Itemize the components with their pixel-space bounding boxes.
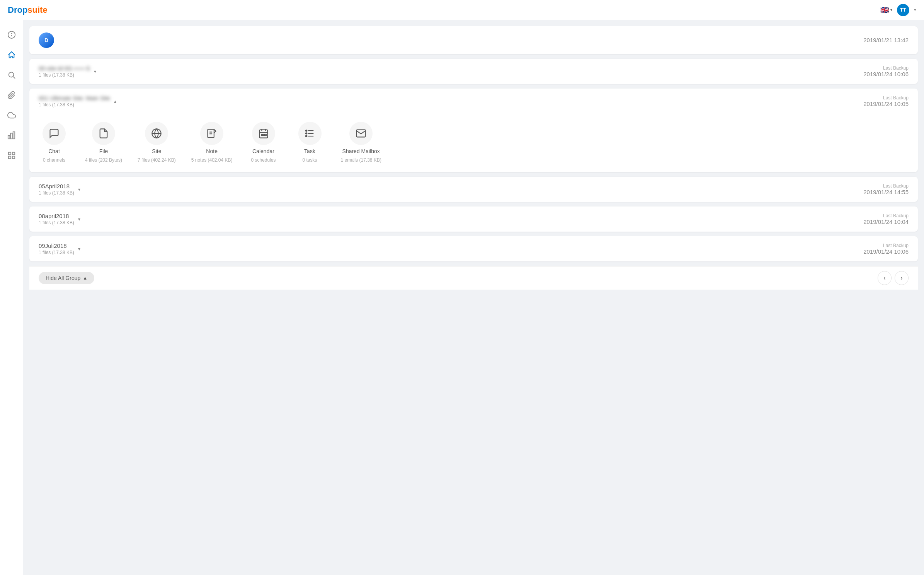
note-icon-circle — [200, 122, 223, 145]
file-item[interactable]: File 4 files (202 Bytes) — [85, 122, 122, 163]
top-partial-timestamp: 2019/01/21 13:42 — [863, 37, 909, 43]
note-sublabel: 5 notes (402.04 KB) — [191, 157, 233, 163]
task-item[interactable]: Task 0 tasks — [294, 122, 325, 163]
site-row-4-chevron-icon: ▾ — [78, 217, 80, 222]
svg-rect-22 — [263, 134, 264, 136]
pagination: ‹ › — [878, 271, 909, 285]
sidebar-item-analytics[interactable] — [3, 127, 20, 144]
chat-icon — [49, 128, 60, 139]
task-icon-circle — [298, 122, 322, 145]
main-content: D 2019/01/21 13:42 00-site-id-0G-+++-S 1… — [23, 20, 924, 575]
site-row-4-files: 1 files (17.38 KB) — [39, 220, 74, 225]
site-row-4-left: 08april2018 1 files (17.38 KB) ▾ — [39, 213, 80, 225]
calendar-item[interactable]: Calendar 0 schedules — [248, 122, 279, 163]
note-item[interactable]: Note 5 notes (402.04 KB) — [191, 122, 233, 163]
svg-rect-23 — [265, 134, 266, 136]
svg-rect-11 — [12, 156, 14, 159]
site-row-3-name: 05April2018 — [39, 183, 74, 189]
home-icon — [7, 51, 16, 59]
sidebar-item-attachments[interactable] — [3, 87, 20, 104]
note-label: Note — [206, 148, 218, 154]
language-selector[interactable]: 🇬🇧 ▾ — [880, 6, 892, 14]
svg-rect-6 — [10, 133, 12, 139]
user-avatar[interactable]: TT — [897, 4, 909, 16]
sidebar-item-info[interactable] — [3, 26, 20, 43]
svg-rect-21 — [261, 134, 263, 136]
navbar-right: 🇬🇧 ▾ TT ▾ — [880, 4, 916, 16]
navbar-chevron-icon: ▾ — [914, 7, 916, 12]
site-row-5-backup-label: Last Backup — [863, 243, 909, 248]
top-partial-time: 2019/01/21 13:42 — [863, 37, 909, 44]
site-item[interactable]: Site 7 files (402.24 KB) — [138, 122, 176, 163]
sidebar-item-cloud[interactable] — [3, 107, 20, 124]
svg-rect-7 — [13, 132, 15, 139]
mailbox-sublabel: 1 emails (17.38 KB) — [341, 157, 381, 163]
site-row-5-chevron-icon: ▾ — [78, 246, 80, 252]
site-row-1-left: 00-site-id-0G-+++-S 1 files (17.38 KB) ▾ — [39, 65, 96, 78]
site-row-5-name: 09Juli2018 — [39, 242, 74, 249]
svg-rect-17 — [259, 130, 267, 138]
site-row-4-right: Last Backup 2019/01/24 10:04 — [863, 213, 909, 225]
site-row-5-name-wrap: 09Juli2018 1 files (17.38 KB) — [39, 242, 74, 255]
info-icon — [7, 31, 16, 39]
site-row-1-name-wrap: 00-site-id-0G-+++-S 1 files (17.38 KB) — [39, 65, 90, 78]
avatar: D — [39, 32, 54, 48]
site-row-2-right: Last Backup 2019/01/24 10:05 — [863, 95, 909, 107]
lang-chevron-icon: ▾ — [890, 8, 892, 12]
task-sublabel: 0 tasks — [302, 157, 317, 163]
icon-grid: Chat 0 channels File 4 files (202 Bytes) — [39, 122, 909, 163]
calendar-sublabel: 0 schedules — [251, 157, 276, 163]
navbar: Dropsuite 🇬🇧 ▾ TT ▾ — [0, 0, 924, 20]
chat-icon-circle — [43, 122, 66, 145]
site-label: Site — [152, 148, 161, 154]
grid-icon — [7, 151, 16, 160]
top-partial-header: D 2019/01/21 13:42 — [29, 26, 918, 54]
next-page-button[interactable]: › — [895, 271, 909, 285]
mailbox-icon-circle — [349, 122, 373, 145]
site-row-1-header[interactable]: 00-site-id-0G-+++-S 1 files (17.38 KB) ▾… — [29, 59, 918, 84]
site-row-2-files: 1 files (17.38 KB) — [39, 102, 110, 107]
chat-item[interactable]: Chat 0 channels — [39, 122, 70, 163]
site-row-3-name-wrap: 05April2018 1 files (17.38 KB) — [39, 183, 74, 196]
site-row-1-backup-time: 2019/01/24 10:06 — [863, 71, 909, 77]
svg-rect-14 — [208, 130, 214, 138]
site-row-3-chevron-icon: ▾ — [78, 187, 80, 192]
site-row-1-right: Last Backup 2019/01/24 10:06 — [863, 65, 909, 77]
site-row-1-name: 00-site-id-0G-+++-S — [39, 65, 90, 72]
site-row-3-header[interactable]: 05April2018 1 files (17.38 KB) ▾ Last Ba… — [29, 177, 918, 202]
svg-point-3 — [9, 72, 14, 77]
svg-rect-5 — [8, 135, 10, 139]
site-row-2-header[interactable]: 001 Ultimate Site: Main Site 1 files (17… — [29, 89, 918, 114]
site-row-5-header[interactable]: 09Juli2018 1 files (17.38 KB) ▾ Last Bac… — [29, 236, 918, 261]
mailbox-item[interactable]: Shared Mailbox 1 emails (17.38 KB) — [341, 122, 381, 163]
logo: Dropsuite — [8, 5, 48, 15]
logo-suite: suite — [27, 5, 47, 15]
site-row-3-backup-label: Last Backup — [863, 183, 909, 189]
bar-chart-icon — [7, 131, 16, 140]
task-label: Task — [304, 148, 315, 154]
hide-all-group-button[interactable]: Hide All Group ▲ — [39, 272, 94, 284]
sidebar-item-grid[interactable] — [3, 147, 20, 164]
site-row-3-right: Last Backup 2019/01/24 14:55 — [863, 183, 909, 195]
svg-rect-8 — [8, 152, 10, 155]
site-row-1: 00-site-id-0G-+++-S 1 files (17.38 KB) ▾… — [29, 59, 918, 84]
sidebar-item-search[interactable] — [3, 67, 20, 84]
site-row-4-header[interactable]: 08april2018 1 files (17.38 KB) ▾ Last Ba… — [29, 206, 918, 232]
chat-label: Chat — [48, 148, 60, 154]
svg-line-4 — [13, 77, 15, 78]
svg-point-29 — [305, 135, 307, 137]
site-sublabel: 7 files (402.24 KB) — [138, 157, 176, 163]
paperclip-icon — [7, 91, 16, 99]
site-row-4-backup-time: 2019/01/24 10:04 — [863, 218, 909, 225]
site-row-2-expanded: Chat 0 channels File 4 files (202 Bytes) — [29, 114, 918, 172]
site-row-2-name: 001 Ultimate Site: Main Site — [39, 95, 110, 101]
svg-point-25 — [305, 130, 307, 131]
site-row-2: 001 Ultimate Site: Main Site 1 files (17… — [29, 89, 918, 172]
prev-page-button[interactable]: ‹ — [878, 271, 892, 285]
sidebar-item-home[interactable] — [3, 46, 20, 63]
file-label: File — [99, 148, 108, 154]
site-row-4-name-wrap: 08april2018 1 files (17.38 KB) — [39, 213, 74, 225]
svg-rect-10 — [8, 156, 10, 159]
site-row-3-files: 1 files (17.38 KB) — [39, 190, 74, 196]
logo-drop: Drop — [8, 5, 27, 15]
